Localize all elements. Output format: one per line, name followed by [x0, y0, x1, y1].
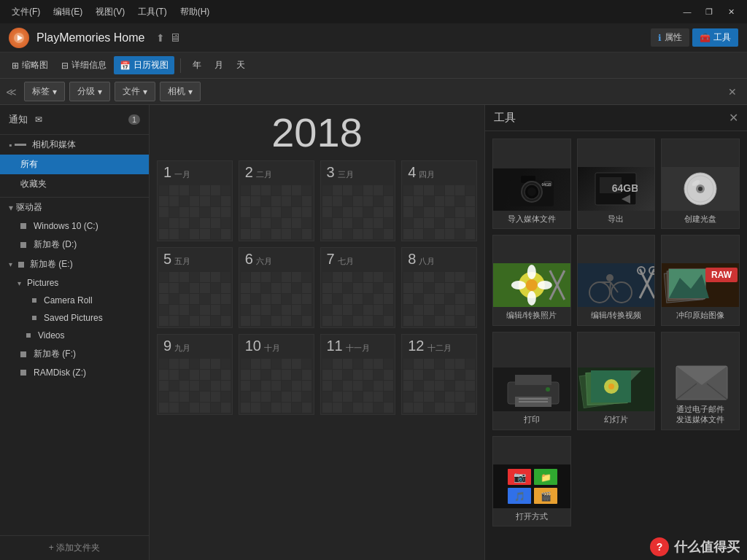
calendar-month-2[interactable]: 2二月 — [239, 160, 314, 241]
monitor-icon: ⬆ — [156, 32, 165, 44]
sidebar-camera-roll[interactable]: Camera Roll — [0, 292, 149, 309]
tool-export[interactable]: 64GB 导出 — [577, 139, 656, 229]
edit-video-label: 编辑/转换视频 — [591, 310, 641, 320]
watermark-icon: ? — [649, 537, 670, 557]
maximize-button[interactable]: ❐ — [699, 4, 719, 20]
calendar-month-11[interactable]: 11十一月 — [320, 334, 396, 415]
sidebar-drive-d[interactable]: 新加卷 (D:) — [0, 235, 149, 254]
tool-raw[interactable]: RAW 冲印原始图像 — [661, 235, 740, 325]
notification-item[interactable]: 通知 ✉ 1 — [0, 109, 149, 130]
menu-file[interactable]: 文件(F) — [6, 3, 46, 21]
svg-rect-48 — [515, 375, 551, 385]
disc-label: 创建光盘 — [684, 214, 716, 224]
add-folder-button[interactable]: + 添加文件夹 — [0, 535, 149, 560]
drives-header[interactable]: ▾ 驱动器 — [0, 198, 149, 217]
calendar-view-button[interactable]: 📅 日历视图 — [114, 56, 174, 74]
calendar-month-6[interactable]: 6六月 — [239, 247, 314, 328]
tool-disc[interactable]: 创建光盘 — [661, 139, 740, 229]
menu-view[interactable]: 视图(V) — [90, 3, 131, 21]
calendar-month-1[interactable]: 1一月 — [157, 160, 233, 241]
tag-filter-button[interactable]: 标签 ▾ — [24, 82, 65, 101]
sidebar-all-item[interactable]: 所有 — [0, 155, 149, 174]
import-image: 64GB — [493, 168, 570, 211]
svg-point-21 — [527, 265, 536, 279]
sidebar-drive-f[interactable]: 新加卷 (F:) — [0, 344, 149, 364]
svg-text:64GB: 64GB — [541, 182, 551, 187]
svg-point-33 — [606, 274, 614, 281]
sidebar: 通知 ✉ 1 ▪ 相机和媒体 所有 收藏夹 ▾ 驱动器 Windows 10 (… — [0, 105, 150, 560]
calendar-month-3[interactable]: 3三月 — [320, 160, 396, 241]
edit-video-image — [578, 263, 655, 307]
camera-dropdown-icon: ▾ — [188, 87, 193, 97]
toolbar-view-group: ⊞ 缩略图 ⊟ 详细信息 📅 日历视图 — [6, 56, 174, 74]
drive-e-collapse: ▾ — [9, 260, 12, 268]
calendar-month-10[interactable]: 10十月 — [239, 334, 314, 415]
favorites-label: 收藏夹 — [20, 178, 47, 190]
sidebar-favorites-item[interactable]: 收藏夹 — [0, 174, 149, 194]
svg-point-6 — [527, 187, 536, 196]
main-content: 通知 ✉ 1 ▪ 相机和媒体 所有 收藏夹 ▾ 驱动器 Windows 10 (… — [0, 105, 747, 560]
calendar-month-8[interactable]: 8八月 — [401, 247, 477, 328]
sidebar-drive-z[interactable]: RAMDisk (Z:) — [0, 364, 149, 381]
import-label: 导入媒体文件 — [508, 214, 556, 224]
calendar-month-4[interactable]: 4四月 — [401, 160, 477, 241]
notification-section: 通知 ✉ 1 — [0, 105, 149, 134]
menu-edit[interactable]: 编辑(E) — [47, 3, 88, 21]
menu-help[interactable]: 帮助(H) — [174, 3, 216, 21]
tool-email[interactable]: 通过电子邮件 发送媒体文件 — [661, 332, 740, 430]
tool-openway[interactable]: 📷 📁 🎵 🎬 打开方式 — [492, 436, 571, 526]
media-header[interactable]: ▪ 相机和媒体 — [0, 135, 149, 155]
watermark-text: 什么值得买 — [674, 538, 740, 556]
list-icon: ⊟ — [61, 61, 69, 71]
tools-header: 工具 ✕ — [485, 105, 747, 131]
svg-text:🎬: 🎬 — [541, 491, 551, 502]
sidebar-pictures-folder[interactable]: ▾ Pictures — [0, 274, 149, 292]
disc-image — [662, 167, 739, 211]
calendar-month-7[interactable]: 7七月 — [320, 247, 396, 328]
toolbar-separator — [180, 58, 181, 73]
filter-close-button[interactable]: ✕ — [724, 83, 741, 101]
tool-edit-video[interactable]: 编辑/转换视频 — [577, 235, 656, 325]
tools-panel: 工具 ✕ 64GB 导入媒体文件 — [484, 105, 747, 560]
email-label: 通过电子邮件 发送媒体文件 — [676, 404, 724, 425]
grade-filter-button[interactable]: 分级 ▾ — [69, 82, 110, 101]
notification-label: 通知 — [9, 113, 28, 126]
camera-filter-button[interactable]: 相机 ▾ — [160, 82, 201, 101]
calendar-icon: 📅 — [120, 61, 131, 71]
sidebar-drive-c[interactable]: Windows 10 (C:) — [0, 217, 149, 235]
thumbnail-view-button[interactable]: ⊞ 缩略图 — [6, 56, 54, 74]
detail-view-button[interactable]: ⊟ 详细信息 — [55, 56, 112, 74]
window-controls: — ❐ ✕ — [677, 4, 741, 20]
tool-edit-photo[interactable]: 编辑/转换照片 — [492, 235, 571, 325]
year-view-button[interactable]: 年 — [187, 56, 207, 74]
menu-bar: 文件(F) 编辑(E) 视图(V) 工具(T) 帮助(H) — [6, 3, 215, 21]
email-image — [662, 357, 739, 401]
svg-point-52 — [546, 387, 550, 392]
toolbar: ⊞ 缩略图 ⊟ 详细信息 📅 日历视图 年 月 天 — [0, 52, 747, 79]
month-view-button[interactable]: 月 — [209, 56, 229, 74]
file-filter-button[interactable]: 文件 ▾ — [115, 82, 155, 101]
property-button[interactable]: ℹ 属性 — [651, 28, 689, 47]
tool-print[interactable]: 打印 — [492, 332, 571, 430]
calendar-month-12[interactable]: 12十二月 — [401, 334, 477, 415]
raw-image: RAW — [662, 263, 739, 307]
calendar-month-5[interactable]: 5五月 — [157, 247, 233, 328]
tools-button[interactable]: 🧰 工具 — [692, 28, 738, 47]
day-view-button[interactable]: 天 — [231, 56, 251, 74]
menu-tools[interactable]: 工具(T) — [132, 3, 172, 21]
minimize-button[interactable]: — — [677, 4, 697, 20]
tool-import[interactable]: 64GB 导入媒体文件 — [492, 139, 571, 229]
media-header-icon — [15, 144, 26, 146]
sidebar-saved-pictures[interactable]: Saved Pictures — [0, 309, 149, 327]
tools-close-button[interactable]: ✕ — [729, 111, 738, 125]
slideshow-image — [578, 368, 655, 411]
tool-slideshow[interactable]: 幻灯片 — [577, 332, 656, 430]
screen-icon[interactable]: 🖥 — [169, 31, 181, 44]
app-header: PlayMemories Home ⬆ 🖥 ℹ 属性 🧰 工具 — [0, 23, 747, 52]
close-button[interactable]: ✕ — [721, 4, 741, 20]
svg-text:📷: 📷 — [514, 471, 527, 483]
sidebar-videos[interactable]: Videos — [0, 327, 149, 344]
sidebar-drive-e[interactable]: ▾ 新加卷 (E:) — [0, 254, 149, 274]
title-bar: 文件(F) 编辑(E) 视图(V) 工具(T) 帮助(H) — ❐ ✕ — [0, 0, 747, 23]
calendar-month-9[interactable]: 9九月 — [157, 334, 233, 415]
